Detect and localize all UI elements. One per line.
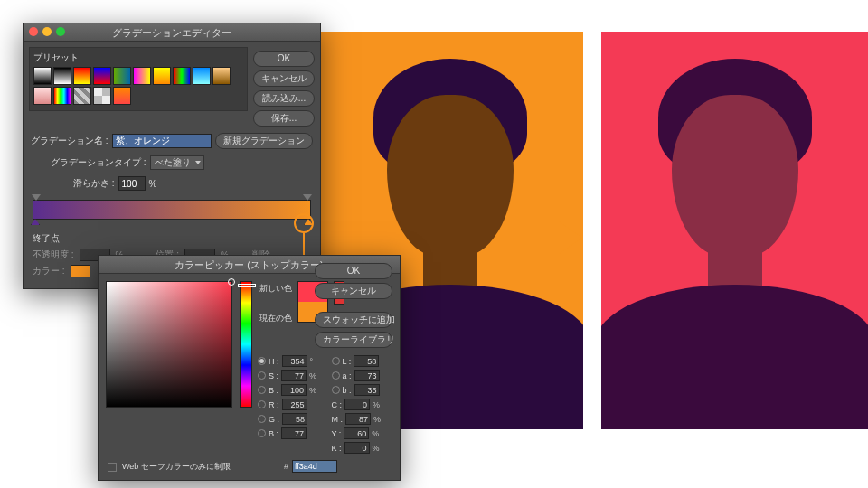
zoom-icon[interactable] (56, 27, 65, 36)
color-stop-left[interactable] (31, 219, 40, 228)
radio-g[interactable] (258, 415, 266, 423)
radio-bc[interactable] (258, 429, 266, 437)
minimize-icon[interactable] (42, 27, 52, 36)
save-button[interactable]: 保存... (253, 110, 315, 127)
gradient-name-input[interactable] (112, 134, 212, 148)
color-stop-right[interactable] (304, 219, 313, 228)
cancel-button[interactable]: キャンセル (315, 283, 392, 299)
window-controls[interactable] (29, 27, 65, 36)
sb-cursor-icon (228, 278, 235, 286)
hue-slider[interactable] (240, 281, 252, 408)
radio-b[interactable] (258, 386, 266, 394)
k-input[interactable]: 0 (344, 442, 370, 454)
preset-swatch[interactable] (73, 67, 91, 85)
load-button[interactable]: 読み込み... (253, 90, 315, 107)
color-picker-title: カラーピッカー (ストップカラー) (175, 259, 323, 270)
g-input[interactable]: 58 (282, 413, 307, 425)
preset-swatch[interactable] (133, 67, 151, 85)
color-picker-dialog: カラーピッカー (ストップカラー) 新しい色 現在の色 (98, 255, 401, 481)
smoothness-unit: % (149, 179, 157, 189)
endpoint-label: 終了点 (33, 232, 311, 245)
preset-swatch[interactable] (73, 87, 91, 105)
preset-swatch[interactable] (212, 67, 231, 85)
radio-h[interactable] (258, 357, 266, 365)
radio-r[interactable] (258, 400, 266, 408)
new-gradient-button[interactable]: 新規グラデーション (215, 133, 313, 149)
saturation-brightness-field[interactable] (106, 281, 232, 408)
opacity-stop-right[interactable] (303, 192, 312, 201)
radio-l[interactable] (332, 357, 340, 365)
cancel-button[interactable]: キャンセル (253, 70, 315, 87)
preset-swatch[interactable] (113, 67, 131, 85)
gradient-type-select[interactable]: べた塗り (150, 155, 204, 170)
m-input[interactable]: 87 (345, 413, 371, 425)
current-color-label: 現在の色 (259, 313, 292, 324)
preset-swatches (33, 67, 234, 105)
h-input[interactable]: 354 (282, 355, 307, 367)
gradient-type-label: グラデーションタイプ : (51, 156, 146, 169)
transform-arrow-icon (559, 221, 582, 254)
smoothness-input[interactable] (118, 176, 146, 191)
gradient-editor-dialog: グラデーションエディター プリセット OK キャンセル 読み込み... 保存..… (23, 23, 321, 289)
websafe-checkbox[interactable] (108, 463, 117, 472)
new-color-label: 新しい色 (259, 283, 292, 295)
preset-swatch[interactable] (113, 87, 131, 105)
preset-swatch[interactable] (33, 87, 52, 105)
preset-swatch[interactable] (173, 67, 191, 85)
l-input[interactable]: 58 (354, 355, 379, 367)
bv-input[interactable]: 100 (281, 384, 307, 396)
lb-input[interactable]: 35 (354, 384, 380, 396)
preset-swatch[interactable] (53, 67, 71, 85)
hue-indicator-icon (238, 284, 256, 287)
color-libraries-button[interactable]: カラーライブラリ (315, 332, 392, 348)
color-stop-label: カラー : (33, 265, 65, 277)
radio-a[interactable] (332, 371, 340, 380)
gradient-editor-title: グラデーションエディター (112, 27, 231, 38)
ok-button[interactable]: OK (253, 51, 315, 67)
preset-swatch[interactable] (33, 67, 52, 85)
add-swatch-button[interactable]: スウォッチに追加 (315, 312, 392, 328)
gradient-track[interactable] (33, 200, 311, 220)
gradient-editor-titlebar[interactable]: グラデーションエディター (24, 23, 320, 42)
opacity-stop-left[interactable] (32, 192, 41, 201)
bc-input[interactable]: 77 (281, 427, 307, 439)
preset-swatch[interactable] (53, 87, 71, 105)
color-stop-swatch[interactable] (71, 265, 90, 277)
websafe-label: Web セーフカラーのみに制限 (122, 461, 231, 473)
preset-swatch[interactable] (153, 67, 171, 85)
a-input[interactable]: 73 (354, 370, 380, 381)
radio-lb[interactable] (332, 386, 340, 394)
preset-swatch[interactable] (93, 67, 111, 85)
r-input[interactable]: 255 (282, 399, 307, 410)
close-icon[interactable] (29, 27, 38, 36)
ok-button[interactable]: OK (315, 263, 392, 279)
opacity-label: 不透明度 : (33, 249, 74, 261)
gradient-name-label: グラデーション名 : (31, 135, 108, 147)
presets-panel: プリセット (29, 47, 248, 111)
presets-label: プリセット (33, 52, 243, 64)
hex-input[interactable] (292, 460, 337, 473)
s-input[interactable]: 77 (281, 370, 307, 381)
preview-after (601, 32, 868, 429)
preset-swatch[interactable] (93, 87, 111, 105)
smoothness-label: 滑らかさ : (73, 177, 115, 190)
radio-s[interactable] (258, 371, 266, 380)
preset-swatch[interactable] (193, 67, 211, 85)
c-input[interactable]: 0 (344, 399, 370, 410)
y-input[interactable]: 60 (344, 427, 369, 439)
